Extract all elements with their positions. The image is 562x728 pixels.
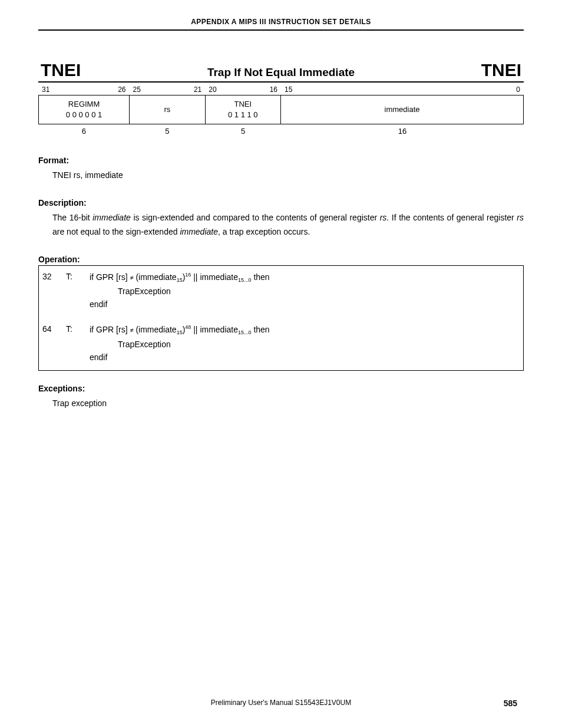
description-heading: Description: (38, 198, 524, 207)
operation-heading: Operation: (38, 255, 524, 266)
bit-hi: 20 (209, 85, 216, 94)
bit-hi: 15 (285, 85, 292, 94)
description-section: Description: The 16-bit immediate is sig… (38, 198, 524, 239)
description-text: The 16-bit immediate is sign-extended an… (52, 211, 524, 239)
field-width: 16 (281, 127, 524, 136)
field-name: REGIMM (41, 99, 127, 110)
op-statement: endif (90, 299, 520, 309)
bit-lo: 0 (516, 85, 520, 94)
field-name: rs (164, 104, 170, 115)
footer-text: Preliminary User's Manual S15543EJ1V0UM (211, 699, 351, 707)
operation-section: Operation: 32 T: if GPR [rs] ≠ (immediat… (38, 255, 524, 371)
exceptions-section: Exceptions: Trap exception (38, 384, 524, 411)
field-value: 0 0 0 0 0 1 (41, 110, 127, 120)
bit-lo: 16 (270, 85, 277, 94)
field-value: 0 1 1 1 0 (208, 110, 278, 120)
bit-lo: 21 (194, 85, 201, 94)
exceptions-text: Trap exception (52, 397, 524, 411)
mnemonic-left: TNEI (41, 60, 81, 80)
bit-lo: 26 (118, 85, 125, 94)
bit-hi: 31 (42, 85, 49, 94)
op-statement: if GPR [rs] ≠ (immediate15)48 || immedia… (90, 324, 520, 335)
op-mode: 64 (42, 324, 66, 335)
encoding-row: REGIMM 0 0 0 0 0 1 rs TNEI 0 1 1 1 0 imm… (38, 95, 524, 124)
op-statement: TrapException (118, 340, 520, 349)
operation-box: 32 T: if GPR [rs] ≠ (immediate15)16 || i… (38, 266, 524, 371)
field-name: TNEI (208, 99, 278, 110)
field-width-row: 6 5 5 16 (38, 124, 524, 136)
page-footer: Preliminary User's Manual S15543EJ1V0UM … (0, 699, 562, 707)
instruction-name: Trap If Not Equal Immediate (207, 66, 355, 79)
page-header: APPENDIX A MIPS III INSTRUCTION SET DETA… (38, 18, 524, 29)
format-heading: Format: (38, 156, 524, 165)
exceptions-heading: Exceptions: (38, 384, 524, 393)
mnemonic-right: TNEI (481, 60, 521, 80)
bit-index-row: 31 26 25 21 20 16 15 0 (38, 84, 524, 95)
title-rule (38, 81, 524, 83)
op-mode: 32 (42, 272, 66, 283)
op-statement: TrapException (118, 286, 520, 296)
instruction-title-row: TNEI Trap If Not Equal Immediate TNEI (38, 60, 524, 81)
op-statement: if GPR [rs] ≠ (immediate15)16 || immedia… (90, 272, 520, 283)
field-name: immediate (385, 104, 420, 115)
op-time: T: (66, 324, 90, 335)
format-section: Format: TNEI rs, immediate (38, 156, 524, 183)
header-rule (38, 29, 524, 31)
field-width: 5 (205, 127, 281, 136)
bit-hi: 25 (133, 85, 141, 94)
page-number: 585 (504, 699, 517, 708)
op-statement: endif (90, 353, 520, 362)
format-text: TNEI rs, immediate (52, 169, 524, 183)
field-width: 5 (130, 127, 206, 136)
op-time: T: (66, 272, 90, 283)
field-width: 6 (38, 127, 130, 136)
